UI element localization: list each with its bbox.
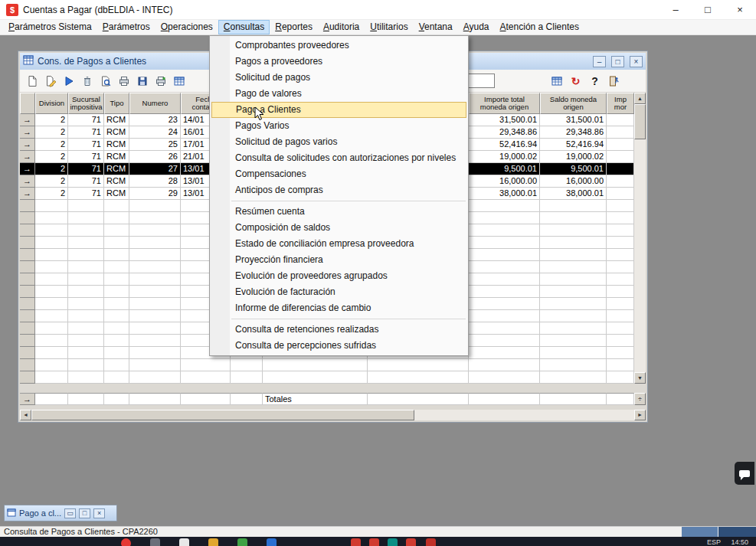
cell-division[interactable]: 2 xyxy=(35,163,68,175)
close-button[interactable]: × xyxy=(724,0,756,20)
cell-numero[interactable]: 24 xyxy=(129,126,181,139)
table-view-icon[interactable] xyxy=(170,72,188,90)
cell-tipo[interactable] xyxy=(104,347,129,359)
cell-hidden-3[interactable] xyxy=(368,371,469,384)
menubar-item[interactable]: Ventana xyxy=(414,20,458,34)
menu-item[interactable]: Evolución de proveedores agrupados xyxy=(210,268,468,284)
menu-item[interactable]: Proyección financiera xyxy=(210,252,468,268)
minimized-restore-button[interactable]: ▭ xyxy=(64,508,76,518)
cell-saldo[interactable]: 16,000.00 xyxy=(540,175,607,188)
maximize-button[interactable]: □ xyxy=(692,0,724,20)
vertical-scrollbar[interactable]: ▲ ▼ xyxy=(634,93,646,384)
cell-importe[interactable] xyxy=(469,237,540,249)
cell-importe-clipped[interactable] xyxy=(607,224,634,237)
delete-icon[interactable] xyxy=(78,72,96,90)
clock[interactable]: 14:50 xyxy=(731,538,748,546)
cell-numero[interactable] xyxy=(129,322,181,335)
cell-importe[interactable]: 19,000.02 xyxy=(469,151,540,163)
row-selector-cell[interactable]: → xyxy=(20,139,35,151)
cell-tipo[interactable]: RCM xyxy=(104,139,129,151)
cell-saldo[interactable]: 29,348.86 xyxy=(540,126,607,139)
menu-item[interactable]: Composición de saldos xyxy=(210,220,468,236)
cell-sucursal[interactable] xyxy=(68,359,104,371)
cell-importe[interactable]: 38,000.01 xyxy=(469,188,540,200)
cell-saldo[interactable] xyxy=(540,224,607,237)
cell-importe-clipped[interactable] xyxy=(607,322,634,335)
menu-item[interactable]: Pagos Varios xyxy=(210,118,468,134)
row-selector-cell[interactable]: → xyxy=(20,151,35,163)
cell-numero[interactable] xyxy=(129,261,181,273)
cell-tipo[interactable]: RCM xyxy=(104,151,129,163)
cell-numero[interactable] xyxy=(129,347,181,359)
column-header-importe-total[interactable]: Importe total moneda origen xyxy=(469,93,540,114)
cell-sucursal[interactable] xyxy=(68,322,104,335)
minimize-button[interactable]: – xyxy=(659,0,692,20)
column-header-tipo[interactable]: Tipo xyxy=(104,93,129,114)
save-icon[interactable] xyxy=(133,72,151,90)
cell-tipo[interactable] xyxy=(104,335,129,347)
cell-tipo[interactable] xyxy=(104,237,129,249)
execute-icon[interactable] xyxy=(60,72,77,90)
cell-division[interactable] xyxy=(35,224,68,237)
taskbar-icon[interactable] xyxy=(369,538,379,546)
cell-sucursal[interactable] xyxy=(68,286,104,298)
cell-tipo[interactable] xyxy=(104,286,129,298)
scroll-up-button[interactable]: ▲ xyxy=(634,93,646,104)
cell-saldo[interactable] xyxy=(540,335,607,347)
cell-tipo[interactable]: RCM xyxy=(104,114,129,126)
child-minimize-button[interactable]: – xyxy=(593,56,606,67)
cell-division[interactable]: 2 xyxy=(35,188,68,200)
titlebar[interactable]: $ Cuentas a Pagar (dbELDIA - INTEC) – □ … xyxy=(0,0,756,20)
cell-division[interactable] xyxy=(35,371,68,384)
scroll-right-button[interactable]: ► xyxy=(634,410,646,420)
column-header-sucursal-impositiva[interactable]: Sucursal impositiva xyxy=(68,93,104,114)
cell-division[interactable] xyxy=(35,335,68,347)
minimized-window-pago-a-clientes[interactable]: Pago a cl... ▭ □ × xyxy=(4,505,117,521)
cell-importe[interactable] xyxy=(469,224,540,237)
cell-sucursal[interactable] xyxy=(68,237,104,249)
menu-item[interactable]: Estado de conciliación empresa proveedor… xyxy=(210,236,468,252)
cell-saldo[interactable]: 52,416.94 xyxy=(540,139,607,151)
grid-icon[interactable] xyxy=(548,72,565,90)
cell-division[interactable] xyxy=(35,212,68,224)
table-row[interactable] xyxy=(20,359,634,371)
menu-item[interactable]: Solicitud de pagos varios xyxy=(210,134,468,150)
menu-item[interactable]: Consulta de retenciones realizadas xyxy=(210,322,468,338)
cell-tipo[interactable] xyxy=(104,310,129,322)
row-selector-cell[interactable] xyxy=(20,224,35,237)
cell-sucursal[interactable]: 71 xyxy=(68,175,104,188)
help-icon[interactable]: ? xyxy=(586,72,604,90)
menu-item[interactable]: Pago a Clientes xyxy=(211,102,466,118)
cell-division[interactable] xyxy=(35,359,68,371)
cell-division[interactable] xyxy=(35,249,68,261)
cell-saldo[interactable] xyxy=(540,286,607,298)
minimized-close-button[interactable]: × xyxy=(93,508,105,518)
taskbar-icon[interactable] xyxy=(121,538,131,546)
cell-sucursal[interactable] xyxy=(68,200,104,212)
cell-hidden-3[interactable] xyxy=(368,359,469,371)
menu-item[interactable]: Comprobantes proveedores xyxy=(210,38,468,54)
row-selector-cell[interactable] xyxy=(20,310,35,322)
cell-numero[interactable]: 25 xyxy=(129,139,181,151)
cell-sucursal[interactable] xyxy=(68,347,104,359)
menu-item[interactable]: Solicitud de pagos xyxy=(210,70,468,86)
cell-saldo[interactable] xyxy=(540,212,607,224)
cell-importe[interactable]: 9,500.01 xyxy=(469,163,540,175)
cell-sucursal[interactable]: 71 xyxy=(68,151,104,163)
minimized-maximize-button[interactable]: □ xyxy=(79,508,90,518)
column-header-saldo[interactable]: Saldo moneda origen xyxy=(540,93,607,114)
taskbar-icon[interactable] xyxy=(351,538,361,546)
taskbar-icon[interactable] xyxy=(208,538,218,546)
cell-hidden-2[interactable] xyxy=(263,371,368,384)
cell-sucursal[interactable] xyxy=(68,212,104,224)
grid-split-button[interactable]: ÷ xyxy=(634,393,646,405)
taskbar-icon[interactable] xyxy=(179,538,189,546)
cell-importe-clipped[interactable] xyxy=(607,298,634,310)
cell-importe[interactable] xyxy=(469,273,540,286)
row-selector-cell[interactable] xyxy=(20,286,35,298)
row-selector-cell[interactable] xyxy=(20,359,35,371)
row-selector-cell[interactable]: → xyxy=(20,175,35,188)
preview-icon[interactable] xyxy=(97,72,114,90)
cell-importe-clipped[interactable] xyxy=(607,237,634,249)
row-selector-cell[interactable] xyxy=(20,212,35,224)
